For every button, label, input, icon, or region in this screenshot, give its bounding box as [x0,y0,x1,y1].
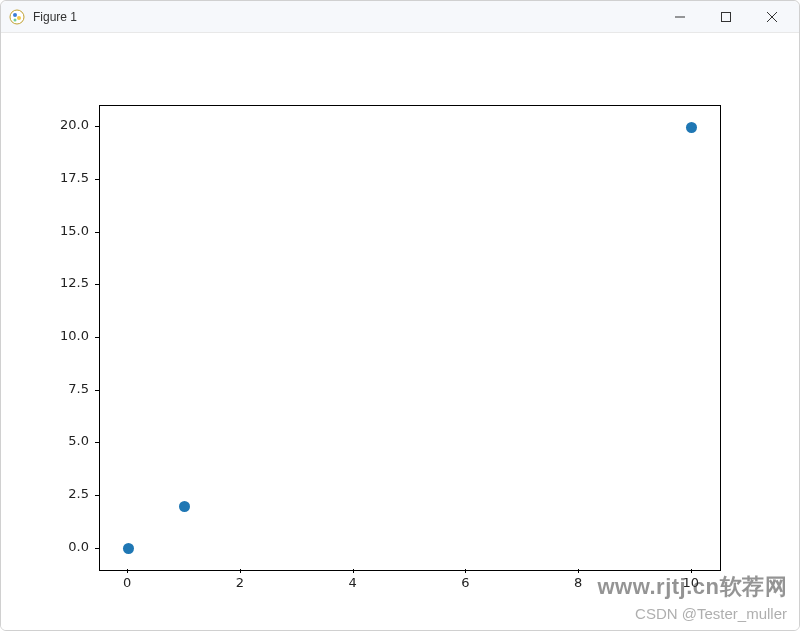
y-tick-label: 20.0 [49,117,89,132]
y-tickmark [95,442,99,443]
watermark-credit: CSDN @Tester_muller [635,605,787,622]
x-tickmark [465,569,466,573]
maximize-button[interactable] [703,1,749,33]
y-tick-label: 7.5 [49,381,89,396]
svg-rect-5 [722,12,731,21]
y-tick-label: 0.0 [49,539,89,554]
window-title: Figure 1 [33,10,77,24]
app-icon [9,9,25,25]
data-point [686,122,697,133]
window-titlebar: Figure 1 [1,1,799,33]
x-tick-label: 8 [563,575,593,590]
x-tick-label: 6 [450,575,480,590]
data-point [179,501,190,512]
x-tickmark [127,569,128,573]
y-tickmark [95,126,99,127]
svg-point-2 [17,16,21,20]
svg-point-1 [13,13,17,17]
y-tick-label: 15.0 [49,223,89,238]
x-tick-label: 2 [225,575,255,590]
svg-point-3 [14,18,17,21]
y-tick-label: 12.5 [49,275,89,290]
data-point [123,543,134,554]
y-tickmark [95,179,99,180]
y-tickmark [95,390,99,391]
y-tick-label: 10.0 [49,328,89,343]
x-tickmark [578,569,579,573]
close-button[interactable] [749,1,795,33]
minimize-button[interactable] [657,1,703,33]
svg-point-0 [10,10,24,24]
y-tick-label: 17.5 [49,170,89,185]
x-tick-label: 4 [338,575,368,590]
y-tick-label: 2.5 [49,486,89,501]
plot-axes [99,105,721,571]
y-tickmark [95,495,99,496]
x-tick-label: 0 [112,575,142,590]
y-tickmark [95,337,99,338]
x-tickmark [240,569,241,573]
x-tickmark [691,569,692,573]
x-tick-label: 10 [676,575,706,590]
y-tick-label: 5.0 [49,433,89,448]
y-tickmark [95,284,99,285]
y-tickmark [95,548,99,549]
y-tickmark [95,232,99,233]
figure-canvas: www.rjtj.cn软荐网 CSDN @Tester_muller 0.02.… [1,33,799,630]
x-tickmark [353,569,354,573]
